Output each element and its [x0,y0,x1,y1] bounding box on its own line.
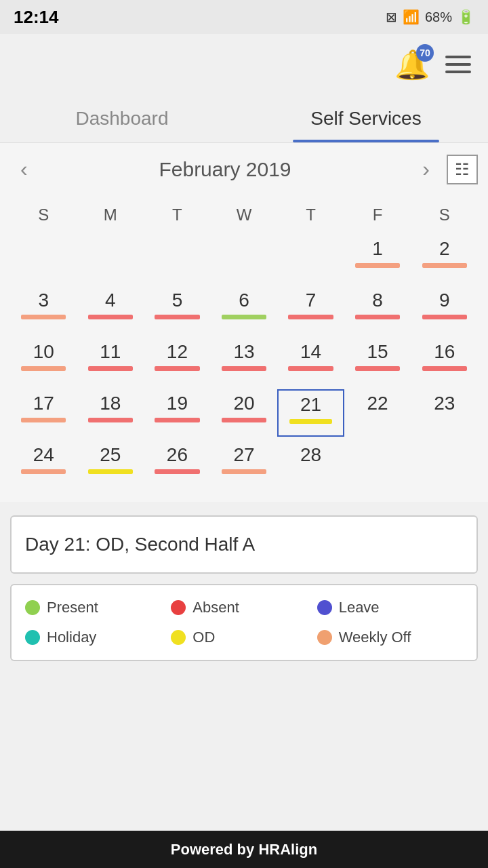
calendar-day[interactable]: 27 [211,441,278,488]
calendar-day[interactable]: 25 [77,441,144,488]
calendar-day[interactable]: 5 [144,286,211,334]
legend-label-holiday: Holiday [47,629,96,646]
close-icon: ⊠ [386,9,397,25]
calendar-day[interactable]: 11 [77,338,144,385]
calendar-day-number: 11 [100,340,121,363]
legend-box: PresentAbsentLeaveHolidayODWeekly Off [10,584,478,661]
calendar-day-bar [88,418,133,422]
calendar-day-number: 9 [439,289,450,312]
battery-level: 68% [425,9,452,25]
calendar-day-number: 22 [367,392,388,415]
status-time: 12:14 [14,7,59,28]
calendar-day-number: 10 [33,340,54,363]
legend-label-absent: Absent [192,599,239,616]
battery-icon: 🔋 [458,9,474,25]
calendar-day-number: 27 [233,443,254,467]
calendar-day[interactable]: 7 [277,286,344,334]
calendar-day-number: 12 [167,340,188,363]
calendar-day[interactable]: 16 [411,338,478,385]
calendar-day[interactable]: 15 [344,338,411,385]
calendar-day[interactable]: 4 [77,286,144,334]
calendar-day[interactable]: 28 [277,441,344,488]
tab-dashboard[interactable]: Dashboard [0,95,244,142]
calendar-day-number: 5 [172,289,183,312]
calendar-day[interactable]: 9 [411,286,478,334]
menu-button[interactable] [442,52,474,77]
calendar-day[interactable]: 8 [344,286,411,334]
calendar-day[interactable]: 6 [211,286,278,334]
calendar-day[interactable]: 17 [10,389,77,437]
calendar-day [10,235,77,282]
calendar-day-bar [21,315,66,319]
calendar-day-bar [422,366,467,371]
calendar-day-number: 19 [167,392,188,415]
day-headers: S M T W T F S [10,202,478,228]
notification-button[interactable]: 🔔 70 [394,48,430,81]
next-month-button[interactable]: › [412,153,440,185]
legend-dot-holiday [25,630,40,645]
calendar-day[interactable]: 19 [144,389,211,437]
legend-item-present: Present [25,599,171,616]
legend-dot-absent [171,600,186,615]
legend-item-weekly-off: Weekly Off [317,629,463,646]
calendar-section: ‹ February 2019 › ☷ S M T W T F S 123456… [0,143,488,502]
calendar-day-bar [155,366,199,371]
calendar-day-bar [355,315,400,319]
calendar-day-bar [355,366,400,371]
status-icons: ⊠ 📶 68% 🔋 [386,9,474,25]
calendar-day-number: 7 [306,289,317,312]
legend-item-absent: Absent [171,599,317,616]
calendar-day-number: 15 [367,340,388,363]
legend-item-holiday: Holiday [25,629,171,646]
calendar-day-bar [289,419,332,424]
calendar-day[interactable]: 26 [144,441,211,488]
legend-label-weekly-off: Weekly Off [339,629,411,646]
day-header-tue: T [144,202,211,228]
calendar-day-number: 1 [372,237,383,260]
legend-label-od: OD [192,629,215,646]
calendar-day[interactable]: 13 [211,338,278,385]
legend-dot-od [171,630,186,645]
calendar-day-number: 20 [233,392,254,415]
calendar-day[interactable]: 18 [77,389,144,437]
calendar-grid: 1234567891011121314151617181920212223242… [10,235,478,488]
calendar-day[interactable]: 12 [144,338,211,385]
calendar-day-number: 16 [434,340,455,363]
status-bar: 12:14 ⊠ 📶 68% 🔋 [0,0,488,34]
calendar-day[interactable]: 22 [344,389,411,437]
calendar-month-title: February 2019 [159,158,291,181]
calendar-day[interactable]: 3 [10,286,77,334]
calendar-day-number: 21 [300,393,321,416]
calendar-day-bar [21,469,66,474]
legend-item-leave: Leave [317,599,463,616]
calendar-day[interactable]: 10 [10,338,77,385]
calendar-day[interactable]: 24 [10,441,77,488]
calendar-day[interactable]: 23 [411,389,478,437]
calendar-day-bar [88,315,133,319]
tab-self-services[interactable]: Self Services [244,95,488,142]
calendar-day[interactable]: 14 [277,338,344,385]
list-icon: ☷ [455,160,470,179]
day-header-wed: W [211,202,278,228]
legend-label-leave: Leave [339,599,380,616]
prev-month-button[interactable]: ‹ [10,153,38,185]
calendar-header: ‹ February 2019 › ☷ [10,150,478,189]
calendar-day[interactable]: 2 [411,235,478,282]
calendar-day-number: 23 [434,392,455,415]
wifi-icon: 📶 [403,9,420,25]
calendar-day-number: 25 [100,443,121,467]
calendar-day[interactable]: 1 [344,235,411,282]
day-header-sun: S [10,202,77,228]
list-view-button[interactable]: ☷ [447,155,478,184]
day-header-thu: T [277,202,344,228]
calendar-day-number: 8 [372,289,383,312]
calendar-day-bar [222,418,266,422]
calendar-day[interactable]: 20 [211,389,278,437]
calendar-day-number: 24 [33,443,54,467]
calendar-day [77,235,144,282]
calendar-day [411,441,478,488]
day-info-text: Day 21: OD, Second Half A [25,534,255,555]
calendar-day[interactable]: 21 [277,389,344,437]
calendar-day-number: 4 [105,289,116,312]
calendar-day-bar [88,469,133,474]
